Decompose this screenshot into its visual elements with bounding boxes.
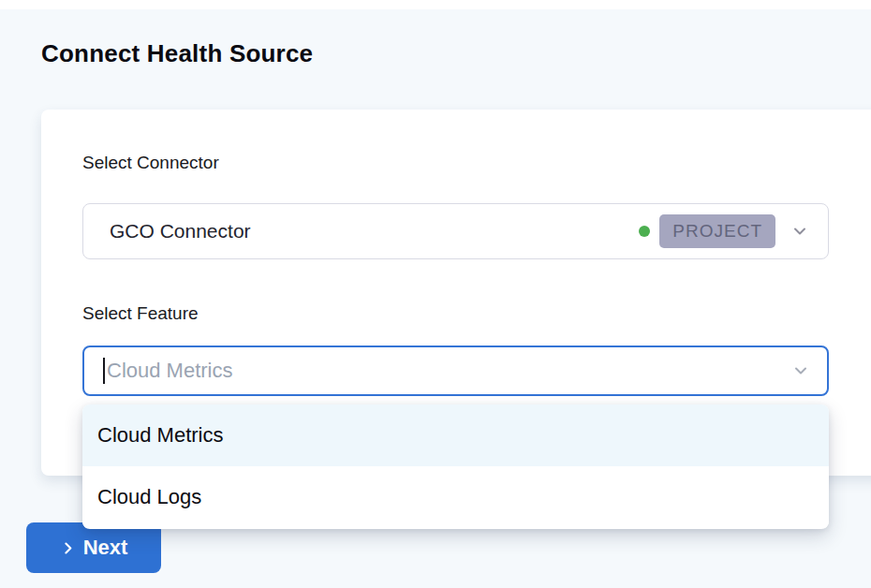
dropdown-option-cloud-metrics[interactable]: Cloud Metrics (82, 404, 829, 466)
feature-select[interactable] (82, 345, 829, 396)
status-dot-icon (639, 226, 650, 237)
select-connector-label: Select Connector (82, 153, 219, 173)
feature-input[interactable] (105, 359, 786, 383)
connector-meta: PROJECT (639, 214, 809, 248)
chevron-down-icon[interactable] (790, 222, 809, 241)
next-button[interactable]: Next (26, 522, 161, 573)
page-title: Connect Health Source (41, 39, 313, 68)
next-button-label: Next (83, 536, 128, 560)
connector-selected-value: GCO Connector (110, 220, 251, 243)
scope-badge: PROJECT (659, 214, 775, 248)
select-feature-label: Select Feature (82, 303, 199, 324)
feature-dropdown-menu: Cloud Metrics Cloud Logs (82, 404, 829, 529)
chevron-down-icon[interactable] (791, 361, 810, 380)
dropdown-option-cloud-logs[interactable]: Cloud Logs (82, 466, 829, 528)
chevron-right-icon (60, 540, 76, 556)
top-strip (0, 0, 871, 9)
connector-select[interactable]: GCO Connector PROJECT (82, 203, 829, 259)
